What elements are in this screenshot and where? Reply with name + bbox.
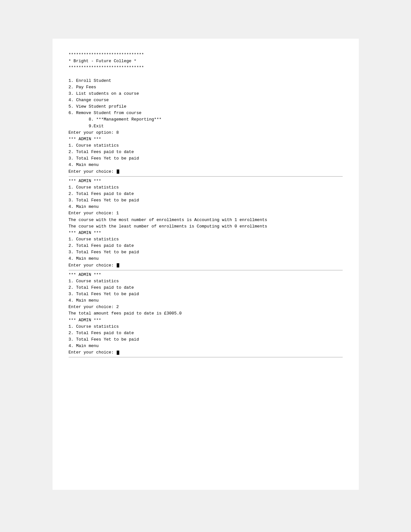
admin-menu-3-item3: 3. Total Fees Yet to be paid (69, 249, 343, 256)
enter-choice-5[interactable]: Enter your choice: (69, 349, 343, 356)
terminal-window: ****************************** * Bright … (53, 39, 359, 490)
header-title: * Bright - Future College * (69, 58, 343, 64)
divider-2 (69, 270, 343, 270)
menu-item-8: 8. ***Management Reporting*** (69, 116, 343, 123)
menu-item-3: 3. List students on a course (69, 91, 343, 97)
fees-paid-result: The total amount fees paid to date is £3… (69, 310, 343, 317)
enter-choice-1[interactable]: Enter your choice: (69, 169, 343, 175)
admin-header-2: *** ADMIN *** (69, 178, 343, 184)
admin-menu-5-item2: 2. Total Fees paid to date (69, 330, 343, 336)
admin-menu-4-item3: 3. Total Fees Yet to be paid (69, 291, 343, 297)
admin-menu-2-item3: 3. Total Fees Yet to be paid (69, 197, 343, 204)
admin-menu-5-item1: 1. Course statistics (69, 324, 343, 330)
admin-menu-4-item4: 4. Main menu (69, 297, 343, 304)
header-stars-bottom: ****************************** (69, 64, 343, 71)
admin-menu-1-item2: 2. Total Fees paid to date (69, 149, 343, 155)
enter-choice-label-1: Enter your choice: (69, 169, 116, 175)
admin-menu-3-item4: 4. Main menu (69, 256, 343, 262)
menu-item-1: 1. Enroll Student (69, 78, 343, 84)
enter-choice-4: Enter your choice: 2 (69, 304, 343, 310)
spacer-1 (69, 71, 343, 77)
admin-menu-2-item1: 1. Course statistics (69, 184, 343, 191)
enter-choice-label-5: Enter your choice: (69, 349, 116, 356)
admin-menu-3-item1: 1. Course statistics (69, 236, 343, 243)
cursor-1 (117, 169, 119, 174)
divider-1 (69, 176, 343, 177)
admin-header-4: *** ADMIN *** (69, 272, 343, 278)
admin-menu-4-item2: 2. Total Fees paid to date (69, 285, 343, 291)
admin-menu-4-item1: 1. Course statistics (69, 278, 343, 285)
menu-item-2: 2. Pay Fees (69, 84, 343, 91)
enter-choice-2: Enter your choice: 1 (69, 210, 343, 217)
admin-header-3: *** ADMIN *** (69, 230, 343, 236)
admin-menu-1-item4: 4. Main menu (69, 162, 343, 168)
cursor-3 (117, 263, 119, 267)
menu-item-9: 9.Exit (69, 123, 343, 130)
enter-choice-3[interactable]: Enter your choice: (69, 262, 343, 269)
course-stats-least: The course with the least number of enro… (69, 223, 343, 230)
admin-menu-2-item4: 4. Main menu (69, 204, 343, 210)
course-stats-most: The course with the most number of enrol… (69, 217, 343, 223)
cursor-5 (117, 351, 119, 355)
menu-item-4: 4. Change course (69, 97, 343, 103)
admin-menu-1-item3: 3. Total Fees Yet to be paid (69, 155, 343, 162)
admin-header-1: *** ADMIN *** (69, 136, 343, 142)
divider-3 (69, 357, 343, 357)
enter-choice-label-3: Enter your choice: (69, 262, 116, 269)
admin-header-5: *** ADMIN *** (69, 317, 343, 324)
enter-option: Enter your option: 8 (69, 130, 343, 136)
menu-item-6: 6. Remove Student from course (69, 110, 343, 116)
admin-menu-1-item1: 1. Course statistics (69, 142, 343, 149)
menu-item-5: 5. View Student profile (69, 103, 343, 110)
admin-menu-5-item4: 4. Main menu (69, 343, 343, 349)
admin-menu-2-item2: 2. Total Fees paid to date (69, 191, 343, 197)
admin-menu-3-item2: 2. Total Fees paid to date (69, 243, 343, 249)
header-stars-top: ****************************** (69, 52, 343, 58)
admin-menu-5-item3: 3. Total Fees Yet to be paid (69, 336, 343, 343)
